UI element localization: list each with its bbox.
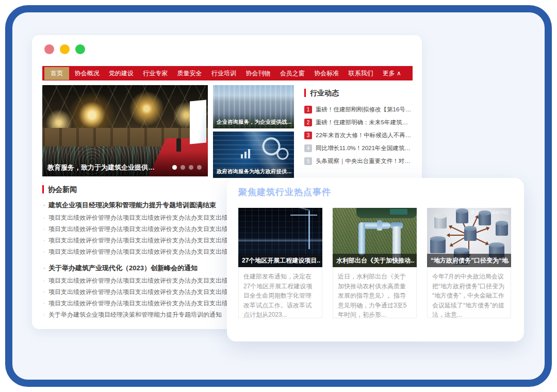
nav-item-experts[interactable]: 行业专家	[139, 67, 172, 80]
carousel-dot-3[interactable]	[189, 165, 193, 170]
industry-news-title: 行业动态	[304, 89, 414, 97]
main-navigation: 首页 协会概况 党的建设 行业专家 质量安全 行业培训 协会刊物 会员之窗 协会…	[42, 66, 413, 80]
banner-caption: 政府咨询服务为地方政府提供...	[217, 168, 292, 175]
window-controls	[44, 44, 85, 54]
banner-enterprise-consulting[interactable]: 企业咨询服务，为企业提供战...	[213, 85, 294, 128]
banner-caption: 企业咨询服务，为企业提供战...	[217, 119, 292, 126]
chart-bars-icon	[241, 149, 250, 158]
hotspot-overlay-card: 聚焦建筑行业热点事件 27个地区开展工程建设项目... 住建部发布通知，决定在2…	[227, 178, 524, 341]
barrel-icon	[430, 239, 446, 253]
industry-news-item[interactable]: 4 同比增长11.0%！2021年全国建筑业总产值...	[304, 142, 414, 155]
carousel-dot-2[interactable]	[181, 165, 185, 170]
nav-item-more[interactable]: 更多 ∧	[379, 67, 405, 80]
hero-image-ceiling	[42, 85, 208, 128]
barrel-icon	[496, 223, 508, 236]
industry-news-list: 1 重磅！住建部刚刚拟修改【第16号部令】，工... 2 重磅！住建部明确：未来…	[304, 103, 414, 168]
card-caption: 水利部出台《关于加快推动...	[336, 254, 415, 267]
industry-news-text: 22年来首次大修！中标候选人不再排序！招标...	[316, 132, 414, 139]
card-summary: 近日，水利部出台《关于加快推动农村供水高质量发展的指导意见》。指导意见明确，力争…	[333, 267, 416, 318]
crane-icon	[308, 211, 310, 249]
card-summary: 今年7月的中央政治局会议把“地方政府债务”口径变为“地方债务”，中央金融工作会议…	[428, 267, 511, 318]
close-window-icon[interactable]	[44, 44, 54, 54]
carousel-dot-4[interactable]	[197, 165, 202, 170]
rank-badge: 4	[304, 144, 312, 152]
pipe-joint	[377, 220, 382, 231]
nav-item-training[interactable]: 行业培训	[207, 67, 240, 80]
rank-badge: 5	[304, 157, 312, 165]
industry-news-text: 重磅！住建部明确：未来5年建筑业大方向定...	[316, 119, 414, 126]
nav-item-quality-safety[interactable]: 质量安全	[173, 67, 206, 80]
sign-board	[390, 209, 407, 215]
hero-carousel[interactable]: 教育服务，致力于为建筑企业提供企业...	[42, 85, 208, 176]
card-image-pipes: 水利部出台《关于加快推动...	[333, 208, 417, 267]
hotspot-card-water-supply[interactable]: 水利部出台《关于加快推动... 近日，水利部出台《关于加快推动农村供水高质量发展…	[333, 208, 417, 318]
rank-badge: 1	[304, 106, 312, 113]
hero-image-projector-screen	[190, 100, 206, 144]
barrel-icon	[434, 216, 447, 228]
industry-news-item[interactable]: 5 头条观察｜中央出台重要文件！对建筑业影响...	[304, 155, 414, 168]
nav-item-standards[interactable]: 协会标准	[310, 67, 343, 80]
rank-badge: 2	[304, 119, 312, 126]
foliage	[356, 208, 417, 218]
crane-icon	[295, 208, 310, 211]
industry-news-item[interactable]: 2 重磅！住建部明确：未来5年建筑业大方向定...	[304, 116, 414, 129]
barrel-icon-center	[464, 228, 477, 241]
nav-item-overview[interactable]: 协会概况	[70, 67, 103, 80]
minimize-window-icon[interactable]	[60, 44, 70, 54]
industry-news-panel: 行业动态 1 重磅！住建部刚刚拟修改【第16号部令】，工... 2 重磅！住建部…	[304, 89, 414, 168]
nav-item-contact[interactable]: 联系我们	[344, 67, 377, 80]
nav-item-members[interactable]: 会员之窗	[276, 67, 309, 80]
hero-caption: 教育服务，致力于为建筑企业提供企业...	[47, 163, 158, 172]
card-summary: 住建部发布通知，决定在27个地区开展工程建设项目全生命周期数字化管理改革试点工作…	[239, 267, 322, 318]
card-caption: “地方政府债务”口径变为“地...	[431, 254, 509, 267]
industry-news-item[interactable]: 1 重磅！住建部刚刚拟修改【第16号部令】，工...	[304, 103, 414, 116]
card-image-construction: 27个地区开展工程建设项目...	[238, 208, 322, 267]
banner-government-consulting[interactable]: 政府咨询服务为地方政府提供...	[213, 132, 294, 178]
industry-news-item[interactable]: 3 22年来首次大修！中标候选人不再排序！招标...	[304, 129, 414, 142]
carousel-dot-1[interactable]	[172, 165, 177, 170]
industry-news-text: 同比增长11.0%！2021年全国建筑业总产值...	[316, 144, 414, 152]
rank-badge: 3	[304, 132, 312, 139]
barrel-icon	[479, 213, 491, 225]
industry-news-text: 重磅！住建部刚刚拟修改【第16号部令】，工...	[316, 106, 414, 113]
hero-image-speaker	[176, 138, 181, 152]
card-caption: 27个地区开展工程建设项目...	[242, 254, 320, 267]
carousel-dots	[172, 165, 202, 170]
nav-item-journal[interactable]: 协会刊物	[241, 67, 274, 80]
hotspot-card-digital-construction[interactable]: 27个地区开展工程建设项目... 住建部发布通知，决定在27个地区开展工程建设项…	[238, 208, 322, 318]
pipe-icon	[358, 222, 365, 255]
nav-item-party-building[interactable]: 党的建设	[105, 67, 138, 80]
industry-news-text: 头条观察｜中央出台重要文件！对建筑业影响...	[316, 157, 414, 165]
hotspot-card-local-debt[interactable]: 千图网 5121846702 “地方政府债务”口径变为“地...	[427, 208, 511, 318]
barrel-icon	[456, 211, 468, 223]
card-image-barrels: 千图网 5121846702 “地方政府债务”口径变为“地...	[427, 208, 511, 267]
page: 首页 协会概况 党的建设 行业专家 质量安全 行业培训 协会刊物 会员之窗 协会…	[0, 0, 557, 392]
nav-item-home[interactable]: 首页	[44, 67, 69, 80]
crane-icon	[290, 215, 317, 216]
maximize-window-icon[interactable]	[75, 44, 85, 54]
hotspot-title: 聚焦建筑行业热点事件	[238, 186, 331, 198]
